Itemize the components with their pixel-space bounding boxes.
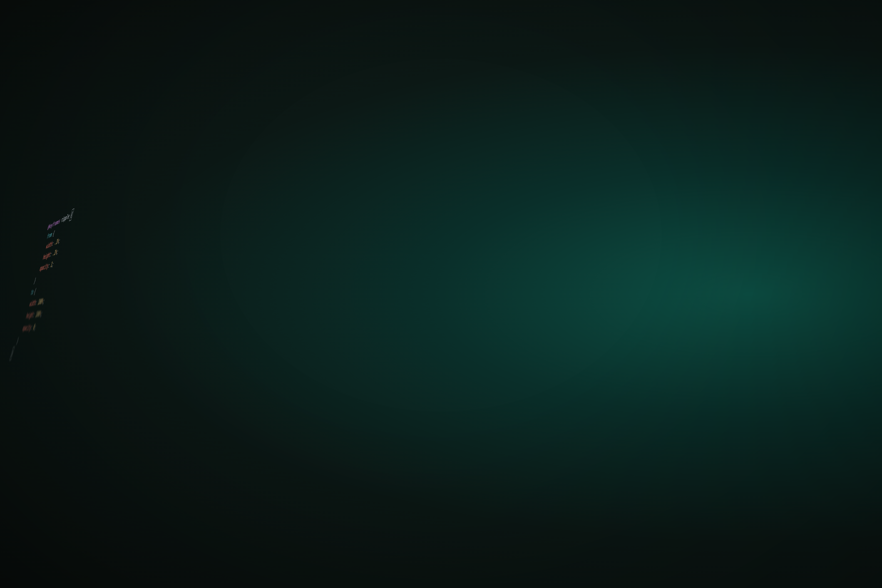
code-editor[interactable]: @keyframes ripple { from { width : .1 % … [3, 197, 82, 372]
code-line-keyframes-close[interactable]: } [9, 347, 36, 362]
highlighted-close-brace: } [9, 347, 15, 360]
code-line-to-close[interactable]: } [13, 334, 40, 348]
brace-close: } [15, 334, 20, 347]
brace-close: } [33, 275, 37, 286]
editor-viewport: @keyframes ripple { from { width : .1 % … [0, 0, 882, 588]
